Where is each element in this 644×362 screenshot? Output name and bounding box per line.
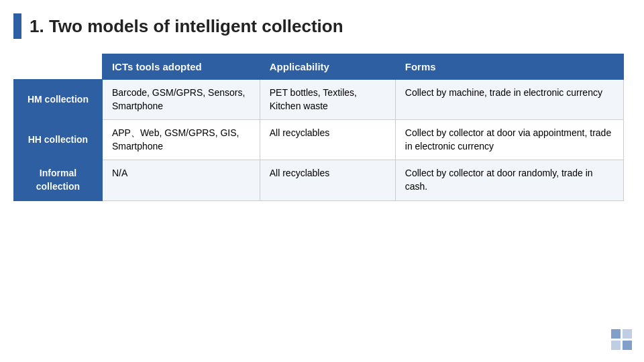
cell-informal-applicability: All recyclables: [260, 160, 395, 200]
col-header-forms: Forms: [395, 54, 623, 80]
deco-sq-1: [611, 329, 621, 339]
cell-hm-applicability: PET bottles, Textiles, Kitchen waste: [260, 80, 395, 120]
cell-hh-icts: APP、Web, GSM/GPRS, GIS, Smartphone: [102, 120, 260, 160]
row-header-informal: Informal collection: [14, 160, 103, 200]
page-container: 1. Two models of intelligent collection …: [0, 0, 644, 362]
cell-informal-icts: N/A: [102, 160, 260, 200]
table-row: Informal collection N/A All recyclables …: [14, 160, 624, 200]
table-row: HH collection APP、Web, GSM/GPRS, GIS, Sm…: [14, 120, 624, 160]
deco-sq-4: [623, 341, 632, 350]
corner-decoration: [611, 329, 632, 350]
cell-hh-forms: Collect by collector at door via appoint…: [395, 120, 623, 160]
main-table: ICTs tools adopted Applicability Forms H…: [13, 54, 624, 201]
deco-sq-2: [623, 329, 632, 339]
page-title: 1. Two models of intelligent collection: [30, 16, 343, 37]
title-accent-bar: [13, 13, 21, 39]
row-header-hh: HH collection: [14, 120, 103, 160]
col-header-applicability: Applicability: [260, 54, 395, 80]
cell-hm-icts: Barcode, GSM/GPRS, Sensors, Smartphone: [102, 80, 260, 120]
row-header-hm: HM collection: [14, 80, 103, 120]
col-header-icts: ICTs tools adopted: [102, 54, 260, 80]
table-header-row: ICTs tools adopted Applicability Forms: [14, 54, 624, 80]
cell-informal-forms: Collect by collector at door randomly, t…: [395, 160, 623, 200]
deco-sq-3: [611, 341, 621, 350]
cell-hm-forms: Collect by machine, trade in electronic …: [395, 80, 623, 120]
col-header-empty: [14, 54, 103, 80]
cell-hh-applicability: All recyclables: [260, 120, 395, 160]
table-row: HM collection Barcode, GSM/GPRS, Sensors…: [14, 80, 624, 120]
title-bar: 1. Two models of intelligent collection: [13, 13, 624, 39]
